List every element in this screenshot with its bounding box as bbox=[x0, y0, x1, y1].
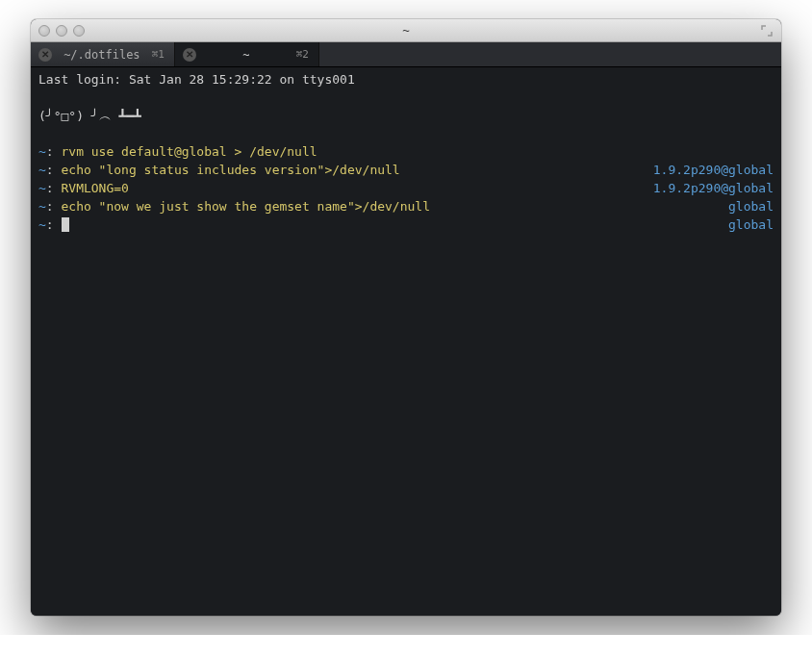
prompt-dir: ~ bbox=[38, 199, 46, 214]
close-button[interactable] bbox=[38, 25, 50, 37]
terminal-content[interactable]: Last login: Sat Jan 28 15:29:22 on ttys0… bbox=[31, 67, 781, 616]
command-line-current: ~: global bbox=[38, 216, 774, 235]
ascii-art-line: (╯°□°) ╯︵ ┻━┻ bbox=[38, 108, 774, 126]
window-title: ~ bbox=[402, 23, 410, 38]
prompt-dir: ~ bbox=[38, 217, 46, 232]
command-text: echo "now we just show the gemset name">… bbox=[61, 199, 430, 214]
command-text: rvm use default@global > /dev/null bbox=[61, 144, 317, 159]
status-text: global bbox=[728, 216, 774, 235]
terminal-window: ~ ✕ ~/.dotfiles ⌘1 ✕ ~ ⌘2 Last login: Sa… bbox=[31, 19, 781, 616]
status-text: 1.9.2p290@global bbox=[653, 180, 774, 198]
command-line: ~: RVMLONG=0 1.9.2p290@global bbox=[38, 180, 774, 198]
prompt-sep: : bbox=[46, 163, 54, 177]
status-text: global bbox=[728, 198, 774, 216]
command-text: RVMLONG=0 bbox=[61, 181, 128, 195]
close-icon[interactable]: ✕ bbox=[183, 48, 196, 62]
prompt-dir: ~ bbox=[38, 181, 46, 195]
command-text: echo "long status includes version">/dev… bbox=[61, 163, 399, 177]
fullscreen-icon[interactable] bbox=[760, 24, 774, 38]
cursor bbox=[62, 217, 69, 232]
zoom-button[interactable] bbox=[73, 25, 85, 37]
minimize-button[interactable] bbox=[56, 25, 67, 37]
tab-shortcut: ⌘2 bbox=[296, 48, 309, 61]
command-line: ~: echo "long status includes version">/… bbox=[38, 162, 774, 180]
tab-label: ~/.dotfiles bbox=[62, 48, 142, 62]
tab-label: ~ bbox=[206, 48, 287, 62]
last-login-text: Last login: Sat Jan 28 15:29:22 on ttys0… bbox=[38, 71, 355, 89]
close-icon[interactable]: ✕ bbox=[38, 48, 52, 62]
titlebar[interactable]: ~ bbox=[31, 19, 781, 42]
tab-dotfiles[interactable]: ✕ ~/.dotfiles ⌘1 bbox=[31, 42, 175, 66]
prompt-sep: : bbox=[46, 181, 54, 195]
command-line: ~: echo "now we just show the gemset nam… bbox=[38, 198, 774, 216]
traffic-lights bbox=[38, 25, 85, 37]
prompt-sep: : bbox=[46, 144, 54, 159]
prompt-sep: : bbox=[46, 217, 54, 232]
tab-shortcut: ⌘1 bbox=[152, 48, 165, 61]
prompt-dir: ~ bbox=[38, 163, 46, 177]
tab-bar: ✕ ~/.dotfiles ⌘1 ✕ ~ ⌘2 bbox=[31, 42, 781, 67]
status-text: 1.9.2p290@global bbox=[653, 162, 774, 180]
prompt-dir: ~ bbox=[38, 144, 46, 159]
ascii-art: (╯°□°) ╯︵ ┻━┻ bbox=[38, 108, 141, 126]
command-line: ~: rvm use default@global > /dev/null bbox=[38, 143, 774, 162]
last-login-line: Last login: Sat Jan 28 15:29:22 on ttys0… bbox=[38, 71, 774, 89]
tab-home[interactable]: ✕ ~ ⌘2 bbox=[175, 42, 319, 66]
prompt-sep: : bbox=[46, 199, 54, 214]
